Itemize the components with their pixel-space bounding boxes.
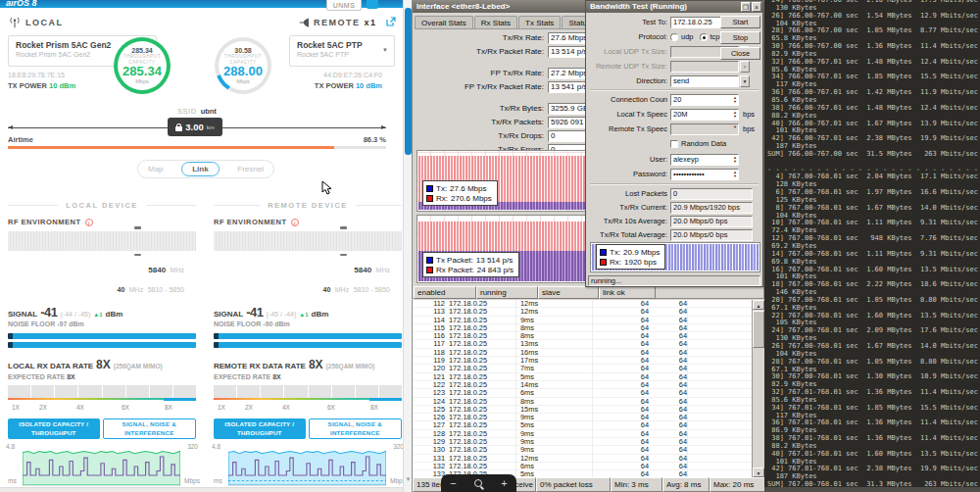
tx-swatch bbox=[426, 185, 433, 192]
ping-ttl: 64 bbox=[649, 324, 688, 331]
remote-device-section-title: REMOTE DEVICE bbox=[214, 201, 402, 210]
ping-host: 172.18.0.25 bbox=[445, 398, 515, 405]
txrx-current-label: Tx/Rx Current: bbox=[586, 203, 670, 212]
signal-delta: ▲1 bbox=[93, 312, 102, 318]
ping-host: 172.18.0.25 bbox=[445, 381, 515, 388]
radio-udp[interactable] bbox=[670, 33, 678, 41]
scrollbar-down-icon[interactable]: ▼ bbox=[404, 476, 412, 482]
scroll-up-icon[interactable]: ▲ bbox=[753, 300, 764, 310]
interface-status-bar: enabled running slave link ok bbox=[414, 286, 656, 299]
tab-tx-stats[interactable]: Tx Stats bbox=[518, 16, 561, 28]
bandwidth-test-titlebar[interactable]: Bandwidth Test (Running) bbox=[586, 1, 762, 13]
noise-floor: NOISE FLOOR -97 dBm bbox=[8, 320, 196, 327]
ping-ttl: 64 bbox=[649, 438, 688, 445]
ping-scrollbar[interactable]: ▲ ▼ bbox=[752, 300, 764, 477]
rx-data-rate-title: LOCAL RX DATA RATE 8X (256QAM MIMO) bbox=[8, 358, 196, 371]
random-data-checkbox[interactable] bbox=[670, 140, 678, 148]
ping-size: 64 bbox=[592, 365, 649, 371]
ping-ttl: 64 bbox=[649, 406, 688, 413]
rf-spectrum[interactable] bbox=[214, 231, 402, 251]
info-icon[interactable]: i bbox=[85, 219, 93, 226]
stat-label: Tx/Rx Packet Rate: bbox=[413, 47, 548, 56]
scrollbar-thumb[interactable] bbox=[753, 311, 764, 348]
ping-size: 64 bbox=[592, 406, 649, 413]
ping-ttl: 64 bbox=[649, 373, 688, 380]
info-icon[interactable]: i bbox=[291, 219, 299, 226]
lost-packets-label: Lost Packets bbox=[586, 189, 670, 198]
close-icon[interactable]: × bbox=[752, 2, 761, 12]
rate-scale-bar bbox=[8, 385, 196, 398]
external-link-icon[interactable] bbox=[386, 17, 396, 26]
password-input[interactable]: ••••••••••••▲▼ bbox=[670, 169, 739, 180]
local-tx-speed-input[interactable]: 20M▲▼ bbox=[670, 109, 739, 121]
direction-select[interactable]: send bbox=[670, 75, 739, 87]
start-button[interactable]: Start bbox=[720, 16, 760, 28]
connection-count-input[interactable]: 20▲▼ bbox=[670, 94, 739, 106]
signal-noise-button[interactable]: SIGNAL, NOISE & INTERFERENCE bbox=[309, 418, 403, 439]
signal-noise-button[interactable]: SIGNAL, NOISE & INTERFERENCE bbox=[103, 418, 197, 439]
scroll-down-icon[interactable]: ▼ bbox=[753, 467, 764, 477]
isolated-capacity-button[interactable]: ISOLATED CAPACITY / THROUGHPUT bbox=[8, 418, 100, 439]
magnifier-icon[interactable] bbox=[474, 479, 482, 487]
rf-spectrum[interactable] bbox=[8, 231, 196, 251]
ping-seq: 129 bbox=[413, 438, 445, 445]
local-tx-power: TX POWER 10 dBm bbox=[8, 81, 75, 90]
ping-ttl: 64 bbox=[649, 414, 688, 420]
ping-time: 9ms bbox=[515, 430, 592, 437]
isolated-capacity-button[interactable]: ISOLATED CAPACITY / THROUGHPUT bbox=[214, 418, 306, 439]
terminal-panel[interactable]: 24] 766.00-767.00 sec 2.10 MBytes 17.5 M… bbox=[764, 0, 980, 492]
ping-ttl: 64 bbox=[649, 430, 688, 437]
maximize-icon[interactable]: ❐ bbox=[741, 2, 751, 12]
ping-host: 172.18.0.25 bbox=[445, 365, 515, 371]
scrollbar-thumb[interactable] bbox=[405, 8, 412, 155]
user-input[interactable]: alexeyp▲▼ bbox=[670, 154, 739, 166]
ping-seq: 118 bbox=[413, 349, 445, 356]
packet-chart-legend: Tx Packet:13 514 p/s Rx Packet:24 843 p/… bbox=[422, 252, 519, 277]
rf-environment-label: RF ENVIRONMENT bbox=[214, 218, 287, 226]
airos-scrollbar[interactable]: ▼ bbox=[403, 0, 412, 492]
zoom-in-icon[interactable]: + bbox=[501, 476, 507, 490]
test-to-label: Test To: bbox=[586, 18, 670, 26]
unms-button[interactable]: UNMS bbox=[326, 0, 362, 11]
tab-map[interactable]: Map bbox=[148, 165, 164, 173]
ping-ttl: 64 bbox=[649, 398, 688, 405]
ssid-value: ubnt bbox=[201, 107, 217, 116]
ping-time: 15ms bbox=[515, 406, 592, 413]
zoom-out-icon[interactable]: − bbox=[450, 476, 456, 490]
ping-time: 9ms bbox=[515, 438, 592, 445]
status-enabled: enabled bbox=[414, 286, 476, 299]
stop-button[interactable]: Stop bbox=[720, 31, 760, 44]
tab-overall-stats[interactable]: Overall Stats bbox=[415, 16, 473, 28]
ping-time: 17ms bbox=[515, 357, 592, 364]
local-device-section-title: LOCAL DEVICE bbox=[8, 201, 196, 210]
rx-swatch bbox=[600, 259, 607, 266]
close-button[interactable]: Close bbox=[720, 47, 760, 60]
radio-tcp[interactable] bbox=[700, 33, 708, 41]
ping-ttl: 64 bbox=[649, 300, 688, 307]
ping-time: 6ms bbox=[515, 463, 592, 469]
ping-size: 64 bbox=[592, 430, 649, 437]
terminal-bottom-bar bbox=[764, 487, 980, 492]
distance-value: 3.00 bbox=[185, 122, 204, 132]
chevron-down-icon[interactable]: ▼ bbox=[740, 75, 750, 87]
chevron-down-icon[interactable]: ▼ bbox=[382, 47, 388, 53]
tab-link[interactable]: Link bbox=[181, 162, 219, 176]
protocol-label: Protocol: bbox=[586, 32, 670, 41]
remote-count: x1 bbox=[365, 18, 377, 27]
noise-floor: NOISE FLOOR -90 dBm bbox=[214, 320, 402, 327]
ping-seq: 115 bbox=[413, 324, 445, 331]
tab-fresnel[interactable]: Fresnel bbox=[237, 165, 264, 173]
tab-rx-stats[interactable]: Rx Stats bbox=[474, 16, 517, 28]
screen: airOS 8 UNMS LOCAL REMOTE x1 Rocket Pris… bbox=[0, 0, 980, 492]
unms-icon[interactable] bbox=[367, 0, 378, 9]
capacity-chart-remote: 4.8 320 ms Mbps bbox=[214, 445, 402, 492]
ping-seq: 112 bbox=[413, 300, 445, 307]
ping-host: 172.18.0.25 bbox=[445, 357, 515, 364]
ping-time: 9ms bbox=[515, 446, 592, 453]
ping-ttl: 64 bbox=[649, 421, 688, 428]
remote-device-card[interactable]: Rocket 5AC PTP Rocket 5AC PTP ▼ bbox=[289, 35, 395, 67]
rx-data-rate-title: REMOTE RX DATA RATE 8X (256QAM MIMO) bbox=[214, 358, 402, 371]
ping-size: 64 bbox=[592, 446, 649, 453]
remote-device-column: REMOTE DEVICE RF ENVIRONMENTi 5840 MHz 4… bbox=[214, 201, 402, 492]
ping-time: 12ms bbox=[515, 308, 592, 315]
